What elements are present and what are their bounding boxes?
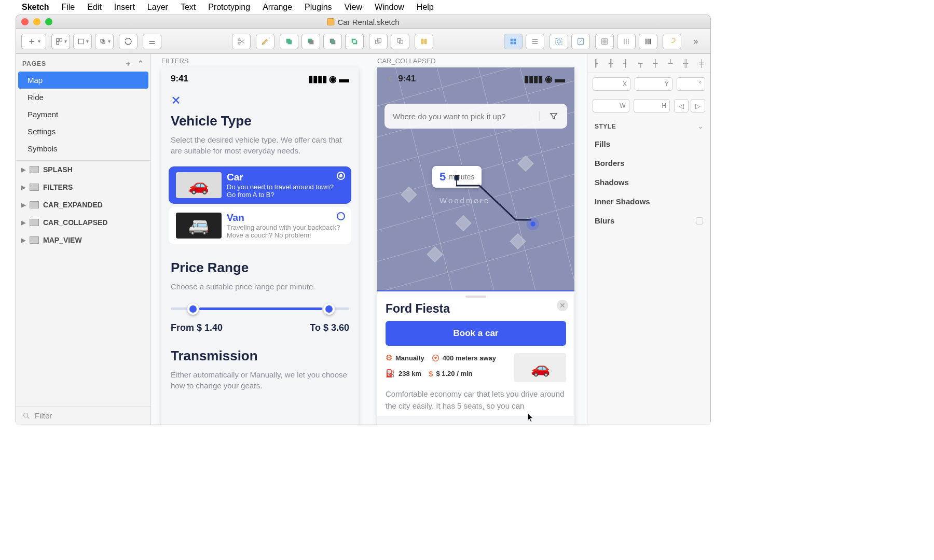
page-item-settings[interactable]: Settings [16,123,150,140]
show-grid-button[interactable] [617,34,636,49]
sheet-close-button[interactable]: ✕ [557,300,568,311]
align-center-h-button[interactable]: ╂ [609,59,613,67]
insert-button[interactable]: ▾ [21,34,46,49]
borders-section[interactable]: Borders [587,153,710,173]
blur-checkbox[interactable] [696,217,703,225]
layer-item[interactable]: ▶CAR_EXPANDED [16,196,150,214]
create-symbol-button[interactable]: ▾ [95,34,114,49]
menu-insert[interactable]: Insert [114,3,135,12]
menu-view[interactable]: View [345,3,362,12]
window-close-button[interactable] [21,18,29,25]
layer-item[interactable]: ▶FILTERS [16,178,150,196]
menu-help[interactable]: Help [417,3,434,12]
artboard-label[interactable]: CAR_COLLAPSED [377,57,436,65]
mask-button[interactable] [550,34,568,49]
disclosure-icon[interactable]: ▶ [21,237,25,244]
menu-window[interactable]: Window [375,3,404,12]
radio-unselected-icon[interactable] [337,212,345,220]
h-field[interactable]: H [634,99,670,113]
layer-item[interactable]: ▶MAP_VIEW [16,231,150,249]
align-bottom-button[interactable]: ┷ [668,59,672,67]
overflow-button[interactable]: » [686,34,705,49]
slider-thumb-min[interactable] [187,303,199,315]
menu-arrange[interactable]: Arrange [263,3,292,12]
layer-item[interactable]: ▶SPLASH [16,161,150,178]
filter-button[interactable] [539,111,567,121]
window-zoom-button[interactable] [45,18,52,25]
flatten-button[interactable] [143,34,161,49]
flip-v-button[interactable]: ▷ [691,99,705,113]
rotation-field[interactable]: ° [677,77,705,91]
subtract-button[interactable] [301,34,320,49]
price-slider[interactable] [161,299,359,318]
distribute-v-button[interactable]: ╪ [699,59,704,67]
align-top-button[interactable]: ┯ [638,59,642,67]
mirror-button[interactable] [415,34,433,49]
page-item-symbols[interactable]: Symbols [16,140,150,157]
shadows-section[interactable]: Shadows [587,173,710,192]
intersect-button[interactable] [323,34,342,49]
show-layout-button[interactable] [639,34,657,49]
union-button[interactable] [280,34,298,49]
scale-button[interactable] [571,34,590,49]
menu-prototyping[interactable]: Prototyping [208,3,250,12]
style-collapse-icon[interactable]: ⌄ [698,123,704,130]
menu-text[interactable]: Text [181,3,196,12]
vehicle-card-car[interactable]: 🚗 Car Do you need to travel around town?… [169,166,351,204]
show-pixels-button[interactable] [595,34,614,49]
map-search-bar[interactable]: Where do you want to pick it up? [384,104,567,129]
menu-layer[interactable]: Layer [147,3,168,12]
radio-selected-icon[interactable] [337,172,345,180]
rotate-button[interactable] [119,34,138,49]
y-field[interactable]: Y [635,77,672,91]
menu-edit[interactable]: Edit [87,3,102,12]
page-item-ride[interactable]: Ride [16,89,150,106]
book-car-button[interactable]: Book a car [386,321,566,346]
page-item-map[interactable]: Map [18,72,148,89]
menu-file[interactable]: File [61,3,75,12]
search-input[interactable]: Where do you want to pick it up? [384,112,539,121]
difference-button[interactable] [345,34,364,49]
layer-filter[interactable]: Filter [16,406,150,425]
view-list-button[interactable] [526,34,544,49]
disclosure-icon[interactable]: ▶ [21,184,25,191]
scissors-button[interactable] [232,34,251,49]
fills-section[interactable]: Fills [587,134,710,153]
canvas[interactable]: FILTERS 9:41 ▮▮▮▮ ◉ ▬ ✕ Vehicle Type Sel… [151,54,587,425]
artboard-filters[interactable]: 9:41 ▮▮▮▮ ◉ ▬ ✕ Vehicle Type Select the … [161,67,359,425]
slider-thumb-max[interactable] [323,303,335,315]
group-button[interactable]: ▾ [73,34,92,49]
add-page-button[interactable]: ＋ [125,59,132,68]
artboard-car-collapsed[interactable]: E 9:41 ▮▮▮▮ ◉ ▬ Where do you want to pic… [377,67,574,425]
app-menu[interactable]: Sketch [22,3,49,12]
car-sheet[interactable]: ✕ Ford Fiesta Book a car ⚙Manually ⦿400 … [377,290,574,416]
drag-handle[interactable] [465,296,486,298]
distribute-h-button[interactable]: ╫ [683,59,688,67]
backward-button[interactable] [391,34,409,49]
align-right-button[interactable]: ┨ [623,59,627,67]
menu-plugins[interactable]: Plugins [305,3,332,12]
pencil-button[interactable] [256,34,274,49]
window-minimize-button[interactable] [33,18,40,25]
vehicle-card-van[interactable]: 🚐 Van Traveling around with your backpac… [169,207,351,244]
disclosure-icon[interactable]: ▶ [21,202,25,208]
symbols-button[interactable]: ▾ [51,34,70,49]
link-button[interactable] [663,34,681,49]
collapse-pages-button[interactable]: ⌃ [138,59,144,68]
layer-item[interactable]: ▶CAR_COLLAPSED [16,214,150,231]
view-grid-button[interactable] [504,34,523,49]
flip-h-button[interactable]: ◁ [674,99,689,113]
close-button[interactable]: ✕ [161,90,359,111]
inner-shadows-section[interactable]: Inner Shadows [587,192,710,211]
page-item-payment[interactable]: Payment [16,106,150,123]
align-left-button[interactable]: ┠ [594,59,598,67]
artboard-label[interactable]: FILTERS [161,57,189,65]
x-field[interactable]: X [593,77,630,91]
map-view[interactable]: E 9:41 ▮▮▮▮ ◉ ▬ Where do you want to pic… [377,67,574,290]
forward-button[interactable] [369,34,388,49]
disclosure-icon[interactable]: ▶ [21,166,25,173]
w-field[interactable]: W [593,99,629,113]
disclosure-icon[interactable]: ▶ [21,219,25,226]
align-center-v-button[interactable]: ┿ [653,59,657,67]
blurs-section[interactable]: Blurs [587,211,710,230]
